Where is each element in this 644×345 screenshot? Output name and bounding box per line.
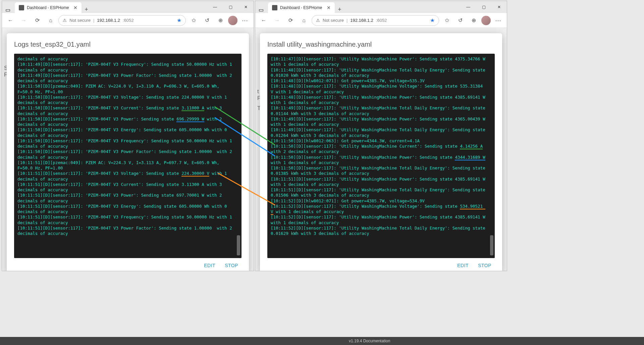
security-label: Not secure (323, 18, 344, 23)
url-host: 192.168.1.2 (97, 18, 120, 23)
terminal-output[interactable]: decimals of accuracy [10:11:49][D][senso… (14, 54, 241, 258)
url-port: :6052 (123, 18, 134, 23)
bg-text: t (257, 88, 259, 95)
version-doc-link[interactable]: v1.19.4 Documentation (349, 339, 390, 343)
new-tab-button[interactable]: + (82, 6, 91, 13)
log-line: [10:11:52][D][sensor:117]: 'Utility Wash… (271, 214, 487, 226)
log-line: [10:11:52][D][sensor:117]: 'Utility Wash… (271, 204, 487, 215)
stop-button[interactable]: STOP (478, 263, 491, 268)
log-line: [10:11:51][D][sensor:117]: 'PZEM-004T V3… (17, 214, 233, 226)
browser-window-left: ▭ Dashboard - ESPHome ✕ + — ▢ ✕ ← → ⟳ ⌂ … (2, 1, 254, 271)
log-line: [10:11:50][D][sensor:117]: 'PZEM-004T V3… (17, 138, 233, 149)
minimize-button[interactable]: — (207, 2, 223, 12)
forward-button[interactable]: → (18, 15, 30, 26)
history-button[interactable]: ↺ (454, 15, 466, 26)
tab-title: Dashboard - ESPHome (27, 5, 69, 10)
titlebar: ▭ Dashboard - ESPHome ✕ + — ▢ ✕ (2, 1, 254, 13)
address-bar[interactable]: ⚠ Not secure | 192.168.1.2:6052 ★ (312, 15, 439, 26)
page-content: t F T Install utility_washingmachine.yam… (255, 28, 507, 271)
log-line: [10:11:51][D][sensor:117]: 'Utility Wash… (271, 177, 487, 188)
back-button[interactable]: ← (258, 15, 269, 26)
log-line: [10:11:51][D][sensor:117]: 'PZEM-004T V3… (17, 226, 233, 237)
favicon-icon (19, 5, 24, 10)
close-tab-icon[interactable]: ✕ (73, 5, 77, 10)
stop-button[interactable]: STOP (225, 263, 238, 268)
maximize-button[interactable]: ▢ (223, 2, 238, 12)
terminal-output[interactable]: [10:11:47][D][sensor:117]: 'Utility Wash… (267, 54, 495, 258)
not-secure-icon: ⚠ (63, 18, 67, 23)
log-line: [10:11:50][D][sensor:117]: 'PZEM-004T V3… (17, 149, 233, 160)
terminal-scrollbar[interactable] (236, 55, 241, 257)
maximize-button[interactable]: ▢ (476, 2, 491, 12)
menu-button[interactable]: ⋯ (239, 15, 251, 26)
new-tab-button[interactable]: + (335, 6, 344, 13)
profile-avatar[interactable] (228, 16, 237, 25)
log-line: [10:11:48][D][sensor:117]: 'Utility Wash… (271, 84, 487, 95)
menu-button[interactable]: ⋯ (493, 15, 504, 26)
log-line: [10:11:50][D][sensor:117]: 'Utility Wash… (271, 165, 487, 177)
favicon-icon (272, 5, 277, 10)
log-line: [10:11:52][D][hlw8012:071]: Got power=43… (271, 198, 487, 204)
log-line: [10:11:52][D][sensor:117]: 'Utility Wash… (271, 226, 487, 237)
collections-button[interactable]: ⊕ (468, 15, 479, 26)
history-button[interactable]: ↺ (201, 15, 213, 26)
home-button[interactable]: ⌂ (298, 15, 310, 26)
log-line: [10:11:51][D][sensor:117]: 'PZEM-004T V3… (17, 171, 233, 182)
log-line: [10:11:47][D][sensor:117]: 'Utility Wash… (271, 56, 487, 67)
browser-window-right: ▭ Dashboard - ESPHome ✕ + — ▢ ✕ ← → ⟳ ⌂ … (255, 1, 507, 271)
reload-button[interactable]: ⟳ (32, 15, 43, 26)
close-window-button[interactable]: ✕ (491, 2, 507, 12)
close-tab-icon[interactable]: ✕ (327, 5, 331, 10)
log-line: [10:11:50][D][sensor:117]: 'PZEM-004T V3… (17, 105, 233, 116)
log-line: [10:11:51][D][sensor:117]: 'PZEM-004T V3… (17, 204, 233, 215)
log-line: [10:11:50][D][sensor:117]: 'Utility Wash… (271, 144, 487, 155)
favorites-button[interactable]: ✩ (441, 15, 452, 26)
profile-avatar[interactable] (481, 16, 491, 25)
browser-tab[interactable]: Dashboard - ESPHome ✕ (268, 2, 335, 13)
forward-button[interactable]: → (271, 15, 283, 26)
reload-button[interactable]: ⟳ (285, 15, 296, 26)
edit-button[interactable]: EDIT (204, 263, 215, 268)
log-line: [10:11:51][D][sensor:117]: 'Utility Wash… (271, 187, 487, 198)
security-label: Not secure (69, 18, 91, 23)
log-line: [10:11:51][D][pzemac:049]: PZEM AC: V=22… (17, 160, 233, 171)
modal-title: Install utility_washingmachine.yaml (267, 41, 495, 48)
titlebar: ▭ Dashboard - ESPHome ✕ + — ▢ ✕ (255, 1, 507, 13)
window-system-icon[interactable]: ▭ (2, 7, 13, 13)
highlighted-current: 4.14256 A (460, 144, 483, 149)
log-line: [10:11:49][D][sensor:117]: 'PZEM-004T V3… (17, 62, 233, 73)
highlighted-power: 696.29999 W (176, 116, 204, 122)
back-button[interactable]: ← (5, 15, 16, 26)
address-bar[interactable]: ⚠ Not secure | 192.168.1.2:6052 ★ (58, 15, 186, 26)
log-line: [10:11:50][D][sensor:117]: 'PZEM-004T V3… (17, 95, 233, 106)
terminal-scrollbar[interactable] (489, 55, 494, 257)
not-secure-icon: ⚠ (316, 18, 320, 23)
window-system-icon[interactable]: ▭ (255, 7, 267, 13)
log-line: [10:11:48][D][sensor:117]: 'Utility Wash… (271, 95, 487, 106)
page-content: S F Logs test_esp32_01.yaml decimals of … (2, 28, 254, 271)
edit-button[interactable]: EDIT (457, 263, 469, 268)
log-line: [10:11:48][D][sensor:117]: 'Utility Wash… (271, 67, 487, 79)
browser-toolbar: ← → ⟳ ⌂ ⚠ Not secure | 192.168.1.2:6052 … (2, 13, 254, 28)
log-line: [10:11:49][D][sensor:117]: 'Utility Wash… (271, 116, 487, 128)
favorite-icon[interactable]: ★ (177, 17, 181, 23)
install-modal: Install utility_washingmachine.yaml [10:… (260, 33, 502, 271)
minimize-button[interactable]: — (461, 2, 476, 12)
favorite-icon[interactable]: ★ (430, 17, 435, 23)
home-button[interactable]: ⌂ (45, 15, 56, 26)
modal-footer: EDIT STOP (14, 258, 241, 269)
url-host: 192.168.1.2 (350, 18, 373, 23)
close-window-button[interactable]: ✕ (238, 2, 254, 12)
collections-button[interactable]: ⊕ (215, 15, 226, 26)
log-line: [10:11:49][D][sensor:117]: 'Utility Wash… (271, 105, 487, 116)
log-line: [10:11:51][D][sensor:117]: 'PZEM-004T V3… (17, 193, 233, 204)
log-line: [10:11:49][D][sensor:117]: 'Utility Wash… (271, 127, 487, 138)
log-line: [10:11:48][D][hlw8012:071]: Got power=43… (271, 78, 487, 84)
log-line: [10:11:50][D][pzemac:049]: PZEM AC: V=22… (17, 84, 233, 95)
logs-modal: Logs test_esp32_01.yaml decimals of accu… (7, 33, 249, 271)
modal-title: Logs test_esp32_01.yaml (14, 41, 241, 48)
tab-title: Dashboard - ESPHome (280, 5, 322, 10)
favorites-button[interactable]: ✩ (188, 15, 199, 26)
highlighted-power: 4344.31689 W (455, 155, 485, 160)
browser-tab[interactable]: Dashboard - ESPHome ✕ (15, 2, 82, 13)
